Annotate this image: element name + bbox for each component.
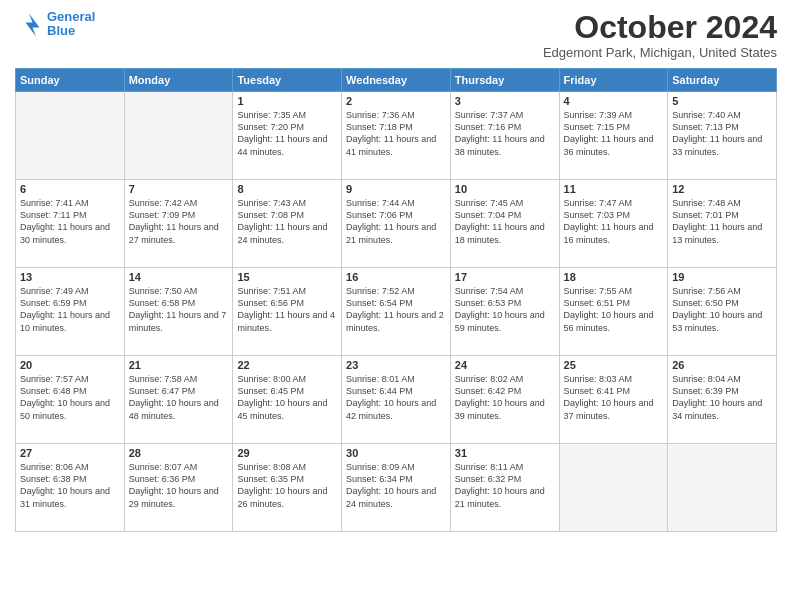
cell-info-21: Sunrise: 7:58 AMSunset: 6:47 PMDaylight:… [129, 373, 229, 422]
cell-date-9: 9 [346, 183, 446, 195]
cell-date-10: 10 [455, 183, 555, 195]
calendar-cell-14: 14Sunrise: 7:50 AMSunset: 6:58 PMDayligh… [124, 268, 233, 356]
calendar-cell-18: 18Sunrise: 7:55 AMSunset: 6:51 PMDayligh… [559, 268, 668, 356]
calendar-cell-16: 16Sunrise: 7:52 AMSunset: 6:54 PMDayligh… [342, 268, 451, 356]
cell-date-18: 18 [564, 271, 664, 283]
calendar-cell-23: 23Sunrise: 8:01 AMSunset: 6:44 PMDayligh… [342, 356, 451, 444]
calendar-cell-31: 31Sunrise: 8:11 AMSunset: 6:32 PMDayligh… [450, 444, 559, 532]
calendar-cell-17: 17Sunrise: 7:54 AMSunset: 6:53 PMDayligh… [450, 268, 559, 356]
cell-info-2: Sunrise: 7:36 AMSunset: 7:18 PMDaylight:… [346, 109, 446, 158]
cell-date-25: 25 [564, 359, 664, 371]
week-row-1: 1Sunrise: 7:35 AMSunset: 7:20 PMDaylight… [16, 92, 777, 180]
cell-date-14: 14 [129, 271, 229, 283]
calendar-cell-empty [124, 92, 233, 180]
calendar-cell-20: 20Sunrise: 7:57 AMSunset: 6:48 PMDayligh… [16, 356, 125, 444]
calendar-cell-empty [668, 444, 777, 532]
calendar-cell-8: 8Sunrise: 7:43 AMSunset: 7:08 PMDaylight… [233, 180, 342, 268]
calendar-cell-26: 26Sunrise: 8:04 AMSunset: 6:39 PMDayligh… [668, 356, 777, 444]
cell-date-12: 12 [672, 183, 772, 195]
day-header-wednesday: Wednesday [342, 69, 451, 92]
cell-info-10: Sunrise: 7:45 AMSunset: 7:04 PMDaylight:… [455, 197, 555, 246]
cell-date-11: 11 [564, 183, 664, 195]
day-header-row: SundayMondayTuesdayWednesdayThursdayFrid… [16, 69, 777, 92]
cell-date-20: 20 [20, 359, 120, 371]
calendar-cell-12: 12Sunrise: 7:48 AMSunset: 7:01 PMDayligh… [668, 180, 777, 268]
cell-date-15: 15 [237, 271, 337, 283]
calendar-cell-28: 28Sunrise: 8:07 AMSunset: 6:36 PMDayligh… [124, 444, 233, 532]
month-title: October 2024 [543, 10, 777, 45]
cell-date-5: 5 [672, 95, 772, 107]
cell-info-17: Sunrise: 7:54 AMSunset: 6:53 PMDaylight:… [455, 285, 555, 334]
logo-icon [15, 10, 43, 38]
day-header-monday: Monday [124, 69, 233, 92]
cell-info-5: Sunrise: 7:40 AMSunset: 7:13 PMDaylight:… [672, 109, 772, 158]
page: General Blue October 2024 Edgemont Park,… [0, 0, 792, 612]
calendar-cell-25: 25Sunrise: 8:03 AMSunset: 6:41 PMDayligh… [559, 356, 668, 444]
cell-date-4: 4 [564, 95, 664, 107]
calendar-cell-empty [559, 444, 668, 532]
cell-info-15: Sunrise: 7:51 AMSunset: 6:56 PMDaylight:… [237, 285, 337, 334]
calendar-cell-21: 21Sunrise: 7:58 AMSunset: 6:47 PMDayligh… [124, 356, 233, 444]
week-row-4: 20Sunrise: 7:57 AMSunset: 6:48 PMDayligh… [16, 356, 777, 444]
cell-date-31: 31 [455, 447, 555, 459]
calendar-cell-1: 1Sunrise: 7:35 AMSunset: 7:20 PMDaylight… [233, 92, 342, 180]
cell-info-14: Sunrise: 7:50 AMSunset: 6:58 PMDaylight:… [129, 285, 229, 334]
day-header-sunday: Sunday [16, 69, 125, 92]
calendar-cell-11: 11Sunrise: 7:47 AMSunset: 7:03 PMDayligh… [559, 180, 668, 268]
calendar-cell-10: 10Sunrise: 7:45 AMSunset: 7:04 PMDayligh… [450, 180, 559, 268]
calendar-cell-3: 3Sunrise: 7:37 AMSunset: 7:16 PMDaylight… [450, 92, 559, 180]
cell-date-3: 3 [455, 95, 555, 107]
cell-info-24: Sunrise: 8:02 AMSunset: 6:42 PMDaylight:… [455, 373, 555, 422]
day-header-thursday: Thursday [450, 69, 559, 92]
calendar-cell-4: 4Sunrise: 7:39 AMSunset: 7:15 PMDaylight… [559, 92, 668, 180]
cell-info-13: Sunrise: 7:49 AMSunset: 6:59 PMDaylight:… [20, 285, 120, 334]
cell-date-7: 7 [129, 183, 229, 195]
cell-date-17: 17 [455, 271, 555, 283]
cell-info-31: Sunrise: 8:11 AMSunset: 6:32 PMDaylight:… [455, 461, 555, 510]
calendar-cell-22: 22Sunrise: 8:00 AMSunset: 6:45 PMDayligh… [233, 356, 342, 444]
calendar-cell-5: 5Sunrise: 7:40 AMSunset: 7:13 PMDaylight… [668, 92, 777, 180]
cell-info-7: Sunrise: 7:42 AMSunset: 7:09 PMDaylight:… [129, 197, 229, 246]
cell-info-19: Sunrise: 7:56 AMSunset: 6:50 PMDaylight:… [672, 285, 772, 334]
location: Edgemont Park, Michigan, United States [543, 45, 777, 60]
cell-date-2: 2 [346, 95, 446, 107]
cell-info-4: Sunrise: 7:39 AMSunset: 7:15 PMDaylight:… [564, 109, 664, 158]
cell-date-1: 1 [237, 95, 337, 107]
cell-date-6: 6 [20, 183, 120, 195]
week-row-2: 6Sunrise: 7:41 AMSunset: 7:11 PMDaylight… [16, 180, 777, 268]
day-header-tuesday: Tuesday [233, 69, 342, 92]
calendar-cell-30: 30Sunrise: 8:09 AMSunset: 6:34 PMDayligh… [342, 444, 451, 532]
calendar-cell-7: 7Sunrise: 7:42 AMSunset: 7:09 PMDaylight… [124, 180, 233, 268]
calendar-cell-2: 2Sunrise: 7:36 AMSunset: 7:18 PMDaylight… [342, 92, 451, 180]
cell-info-12: Sunrise: 7:48 AMSunset: 7:01 PMDaylight:… [672, 197, 772, 246]
cell-info-9: Sunrise: 7:44 AMSunset: 7:06 PMDaylight:… [346, 197, 446, 246]
cell-date-29: 29 [237, 447, 337, 459]
cell-date-22: 22 [237, 359, 337, 371]
day-header-friday: Friday [559, 69, 668, 92]
cell-date-19: 19 [672, 271, 772, 283]
cell-info-18: Sunrise: 7:55 AMSunset: 6:51 PMDaylight:… [564, 285, 664, 334]
cell-date-16: 16 [346, 271, 446, 283]
calendar-cell-9: 9Sunrise: 7:44 AMSunset: 7:06 PMDaylight… [342, 180, 451, 268]
calendar-table: SundayMondayTuesdayWednesdayThursdayFrid… [15, 68, 777, 532]
cell-date-27: 27 [20, 447, 120, 459]
cell-info-1: Sunrise: 7:35 AMSunset: 7:20 PMDaylight:… [237, 109, 337, 158]
cell-info-22: Sunrise: 8:00 AMSunset: 6:45 PMDaylight:… [237, 373, 337, 422]
calendar-cell-empty [16, 92, 125, 180]
calendar-cell-6: 6Sunrise: 7:41 AMSunset: 7:11 PMDaylight… [16, 180, 125, 268]
cell-date-28: 28 [129, 447, 229, 459]
logo-line1: General [47, 9, 95, 24]
calendar-cell-15: 15Sunrise: 7:51 AMSunset: 6:56 PMDayligh… [233, 268, 342, 356]
calendar-cell-27: 27Sunrise: 8:06 AMSunset: 6:38 PMDayligh… [16, 444, 125, 532]
title-block: October 2024 Edgemont Park, Michigan, Un… [543, 10, 777, 60]
cell-info-23: Sunrise: 8:01 AMSunset: 6:44 PMDaylight:… [346, 373, 446, 422]
cell-info-8: Sunrise: 7:43 AMSunset: 7:08 PMDaylight:… [237, 197, 337, 246]
svg-marker-0 [26, 14, 40, 37]
week-row-5: 27Sunrise: 8:06 AMSunset: 6:38 PMDayligh… [16, 444, 777, 532]
cell-info-29: Sunrise: 8:08 AMSunset: 6:35 PMDaylight:… [237, 461, 337, 510]
logo-line2: Blue [47, 23, 75, 38]
header: General Blue October 2024 Edgemont Park,… [15, 10, 777, 60]
cell-info-11: Sunrise: 7:47 AMSunset: 7:03 PMDaylight:… [564, 197, 664, 246]
cell-info-30: Sunrise: 8:09 AMSunset: 6:34 PMDaylight:… [346, 461, 446, 510]
day-header-saturday: Saturday [668, 69, 777, 92]
